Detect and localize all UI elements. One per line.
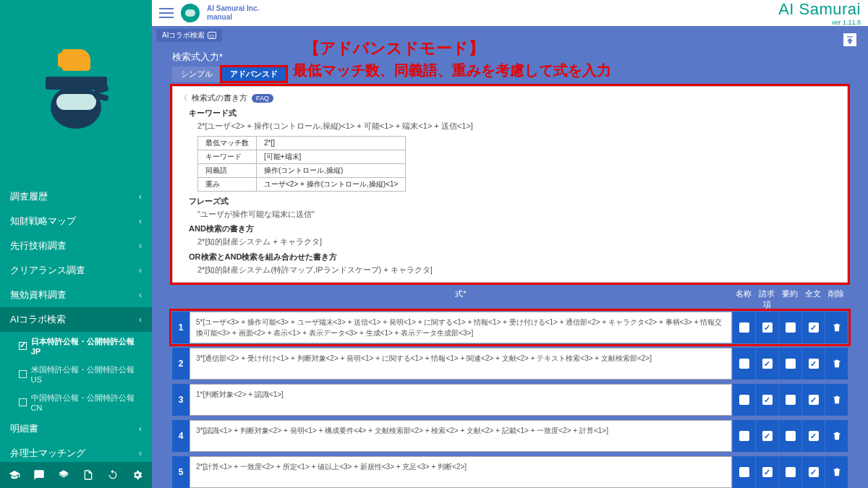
bottom-toolbar bbox=[0, 462, 152, 488]
help-kw-head: キーワード式 bbox=[189, 108, 840, 119]
formula-input[interactable]: 2*[計算<1> + 一致度<2> + 所定<1> + 値以上<3> + 新規性… bbox=[190, 456, 732, 488]
checkbox-cell[interactable] bbox=[732, 348, 755, 380]
chevron-left-icon: ‹ bbox=[139, 216, 142, 226]
formula-input[interactable]: 5*[ユーザ<3> + 操作可能<3> + ユーザ端末<3> + 送信<1> +… bbox=[190, 312, 732, 343]
gear-icon[interactable] bbox=[132, 468, 143, 481]
content: 【アドバンスドモード】 最低マッチ数、同義語、重みを考慮して式を入力 検索式入力… bbox=[152, 45, 868, 488]
chevron-left-icon: ‹ bbox=[139, 314, 142, 325]
sidebar-logo-area bbox=[0, 0, 152, 184]
row-controls: ✓✓ bbox=[732, 456, 848, 488]
checkbox-cell[interactable]: ✓ bbox=[801, 420, 825, 452]
nav-item-ipmap[interactable]: 知財戦略マップ‹ bbox=[0, 209, 152, 234]
collapse-caret-icon[interactable]: 〈 bbox=[180, 93, 187, 103]
formula-row: 43*[認識<1> + 判断対象<2> + 発明<1> + 構成要件<4> + … bbox=[172, 420, 848, 452]
col-formula: 式* bbox=[190, 288, 732, 310]
sub-item-cn[interactable]: 中国特許公報・公開特許公報 CN bbox=[0, 388, 152, 416]
help-heading: 検索式の書き方 bbox=[192, 93, 247, 103]
layers-icon[interactable] bbox=[58, 468, 69, 481]
main-area: AI Samurai Inc. manual AI Samurai ver 1.… bbox=[152, 0, 868, 488]
col-fulltext: 全文 bbox=[801, 288, 825, 310]
sub-item-jp[interactable]: 日本特許公報・公開特許公報 JP bbox=[0, 332, 152, 360]
checkbox-cell[interactable] bbox=[732, 312, 755, 343]
trash-icon bbox=[832, 467, 842, 477]
chevron-left-icon: ‹ bbox=[139, 448, 142, 458]
help-panel: 〈 検索式の書き方 FAQ キーワード式 2*[ユーザ<2> + 操作(コントロ… bbox=[172, 86, 848, 283]
checkbox-cell[interactable]: ✓ bbox=[801, 312, 825, 343]
ninja-logo-icon bbox=[43, 49, 109, 136]
brand-version: ver 1.11.8 bbox=[778, 19, 861, 26]
row-controls: ✓✓ bbox=[732, 384, 848, 416]
row-number: 4 bbox=[172, 420, 190, 452]
checkbox-cell[interactable]: ✓ bbox=[755, 348, 778, 380]
formula-row: 31*[判断対象<2> + 認識<1>]✓✓ bbox=[172, 384, 848, 416]
chevron-left-icon: ‹ bbox=[139, 290, 142, 300]
graduation-cap-icon[interactable] bbox=[9, 468, 20, 481]
delete-button[interactable] bbox=[825, 384, 848, 416]
chevron-left-icon: ‹ bbox=[139, 192, 142, 202]
delete-button[interactable] bbox=[825, 456, 848, 488]
checkbox-cell[interactable] bbox=[778, 420, 801, 452]
checkbox-cell[interactable] bbox=[732, 456, 755, 488]
nav-item-priorart[interactable]: 先行技術調査‹ bbox=[0, 234, 152, 258]
brand-block: AI Samurai ver 1.11.8 bbox=[778, 0, 861, 26]
formula-input[interactable]: 3*[通信部<2> + 受け付け<1> + 判断対象<2> + 発明<1> + … bbox=[190, 348, 732, 380]
trash-icon bbox=[832, 431, 842, 441]
formula-row: 52*[計算<1> + 一致度<2> + 所定<1> + 値以上<3> + 新規… bbox=[172, 456, 848, 488]
nav-item-aicollab[interactable]: AIコラボ検索‹ bbox=[0, 307, 152, 332]
nav-item-history[interactable]: 調査履歴‹ bbox=[0, 184, 152, 209]
tab-close-icon[interactable]: ▭ bbox=[208, 32, 216, 39]
delete-button[interactable] bbox=[825, 312, 848, 343]
tab-advanced[interactable]: アドバンスド bbox=[221, 67, 286, 82]
chevron-left-icon: ‹ bbox=[139, 424, 142, 434]
checkbox-cell[interactable]: ✓ bbox=[801, 384, 825, 416]
col-abstract: 要約 bbox=[778, 288, 801, 310]
formula-row: 23*[通信部<2> + 受け付け<1> + 判断対象<2> + 発明<1> +… bbox=[172, 348, 848, 380]
tab-strip: AIコラボ検索▭ bbox=[152, 26, 868, 45]
nav-item-spec[interactable]: 明細書‹ bbox=[0, 416, 152, 441]
checkbox-cell[interactable]: ✓ bbox=[801, 348, 825, 380]
nav-item-clearance[interactable]: クリアランス調査‹ bbox=[0, 258, 152, 283]
chevron-left-icon: ‹ bbox=[139, 241, 142, 251]
avatar[interactable] bbox=[181, 4, 200, 22]
checkbox-cell[interactable]: ✓ bbox=[755, 420, 778, 452]
delete-button[interactable] bbox=[825, 348, 848, 380]
col-claim: 請求項 bbox=[755, 288, 778, 310]
tab-simple[interactable]: シンプル bbox=[172, 67, 221, 82]
help-table: 最低マッチ数2*[] キーワード[可能+端末] 同義語操作(コントロール,操縦)… bbox=[197, 136, 406, 192]
brand-name: AI Samurai bbox=[778, 0, 861, 19]
checkbox-cell[interactable] bbox=[778, 384, 801, 416]
refresh-icon[interactable] bbox=[107, 468, 119, 481]
formula-input[interactable]: 3*[認識<1> + 判断対象<2> + 発明<1> + 構成要件<4> + 文… bbox=[190, 420, 732, 452]
hamburger-icon[interactable] bbox=[159, 8, 174, 18]
trash-icon bbox=[832, 395, 842, 405]
mode-tabs: シンプル アドバンスド bbox=[172, 67, 848, 82]
tab-chip-aicollab[interactable]: AIコラボ検索▭ bbox=[156, 29, 222, 42]
checkbox-cell[interactable]: ✓ bbox=[755, 312, 778, 343]
checkbox-cell[interactable] bbox=[778, 456, 801, 488]
user-info: AI Samurai Inc. manual bbox=[207, 4, 259, 22]
chat-icon[interactable] bbox=[33, 468, 45, 481]
col-name: 名称 bbox=[732, 288, 755, 310]
document-icon[interactable] bbox=[82, 468, 94, 481]
col-delete: 削除 bbox=[825, 288, 848, 310]
checkbox-cell[interactable]: ✓ bbox=[755, 456, 778, 488]
checkbox-cell[interactable] bbox=[732, 420, 755, 452]
help-orand-head: OR検索とAND検索を組み合わせた書き方 bbox=[189, 252, 840, 262]
faq-badge[interactable]: FAQ bbox=[252, 94, 273, 103]
nav-list: 調査履歴‹ 知財戦略マップ‹ 先行技術調査‹ クリアランス調査‹ 無効資料調査‹… bbox=[0, 184, 152, 466]
checkbox-cell[interactable]: ✓ bbox=[755, 384, 778, 416]
help-phrase-head: フレーズ式 bbox=[189, 196, 840, 207]
sub-item-us[interactable]: 米国特許公報・公開特許公報 US bbox=[0, 360, 152, 388]
row-number: 5 bbox=[172, 456, 190, 488]
checkbox-icon bbox=[19, 398, 27, 406]
checkbox-cell[interactable] bbox=[778, 348, 801, 380]
delete-button[interactable] bbox=[825, 420, 848, 452]
sidebar: 調査履歴‹ 知財戦略マップ‹ 先行技術調査‹ クリアランス調査‹ 無効資料調査‹… bbox=[0, 0, 152, 488]
checkbox-cell[interactable]: ✓ bbox=[801, 456, 825, 488]
header-bar: AI Samurai Inc. manual AI Samurai ver 1.… bbox=[152, 0, 868, 26]
help-kw-example: 2*[ユーザ<2> + 操作(コントロール,操縦)<1> + 可能<1> + 端… bbox=[197, 120, 840, 133]
checkbox-cell[interactable] bbox=[732, 384, 755, 416]
checkbox-cell[interactable] bbox=[778, 312, 801, 343]
nav-item-invalidity[interactable]: 無効資料調査‹ bbox=[0, 283, 152, 307]
formula-input[interactable]: 1*[判断対象<2> + 認識<1>] bbox=[190, 384, 732, 416]
